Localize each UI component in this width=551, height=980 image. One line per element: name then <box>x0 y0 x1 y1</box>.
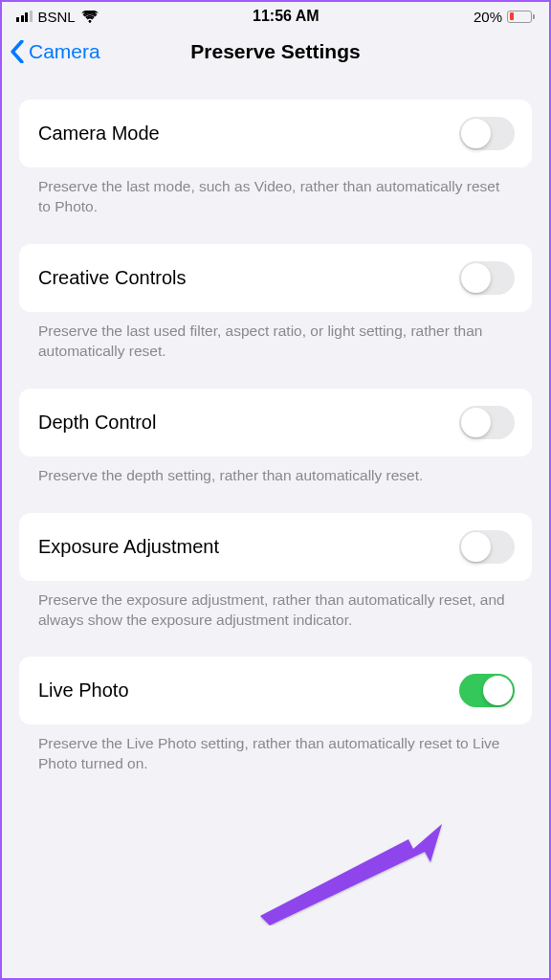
toggle-creative-controls[interactable] <box>459 261 515 295</box>
battery-percent: 20% <box>474 9 502 25</box>
nav-bar: Camera Preserve Settings <box>2 29 549 80</box>
toggle-depth-control[interactable] <box>459 406 515 439</box>
status-bar: BSNL 11:56 AM 20% <box>2 2 549 29</box>
cell-label: Creative Controls <box>38 267 187 289</box>
annotation-arrow-icon <box>260 820 480 925</box>
group-exposure-adjustment: Exposure Adjustment Preserve the exposur… <box>19 513 532 631</box>
carrier-label: BSNL <box>38 9 76 25</box>
toggle-knob <box>461 532 491 562</box>
cell-creative-controls[interactable]: Creative Controls <box>19 244 532 312</box>
toggle-knob <box>461 408 491 437</box>
toggle-knob <box>461 263 491 293</box>
page-title: Preserve Settings <box>190 40 360 63</box>
chevron-left-icon <box>10 40 25 63</box>
battery-icon <box>507 11 535 23</box>
cell-label: Exposure Adjustment <box>38 536 219 558</box>
back-button[interactable]: Camera <box>10 40 100 63</box>
toggle-knob <box>483 676 513 705</box>
toggle-live-photo[interactable] <box>459 674 515 707</box>
cell-exposure-adjustment[interactable]: Exposure Adjustment <box>19 513 532 581</box>
cell-label: Live Photo <box>38 679 129 702</box>
wifi-icon <box>81 11 99 23</box>
status-time: 11:56 AM <box>253 8 320 25</box>
footer-creative-controls: Preserve the last used filter, aspect ra… <box>19 312 532 362</box>
group-camera-mode: Camera Mode Preserve the last mode, such… <box>19 100 532 217</box>
group-creative-controls: Creative Controls Preserve the last used… <box>19 244 532 362</box>
footer-camera-mode: Preserve the last mode, such as Video, r… <box>19 167 532 217</box>
back-label: Camera <box>29 40 100 63</box>
cell-camera-mode[interactable]: Camera Mode <box>19 100 532 167</box>
settings-content: Camera Mode Preserve the last mode, such… <box>2 100 549 774</box>
group-live-photo: Live Photo Preserve the Live Photo setti… <box>19 657 532 774</box>
svg-marker-0 <box>260 824 442 925</box>
status-left: BSNL <box>16 9 99 25</box>
group-depth-control: Depth Control Preserve the depth setting… <box>19 389 532 486</box>
cell-live-photo[interactable]: Live Photo <box>19 657 532 724</box>
footer-exposure-adjustment: Preserve the exposure adjustment, rather… <box>19 581 532 631</box>
toggle-knob <box>461 119 491 148</box>
toggle-exposure-adjustment[interactable] <box>459 530 515 564</box>
cell-depth-control[interactable]: Depth Control <box>19 389 532 457</box>
cellular-signal-icon <box>16 11 33 22</box>
cell-label: Camera Mode <box>38 122 160 145</box>
footer-live-photo: Preserve the Live Photo setting, rather … <box>19 724 532 774</box>
cell-label: Depth Control <box>38 412 156 434</box>
toggle-camera-mode[interactable] <box>459 117 515 150</box>
status-right: 20% <box>474 9 535 25</box>
footer-depth-control: Preserve the depth setting, rather than … <box>19 457 532 486</box>
